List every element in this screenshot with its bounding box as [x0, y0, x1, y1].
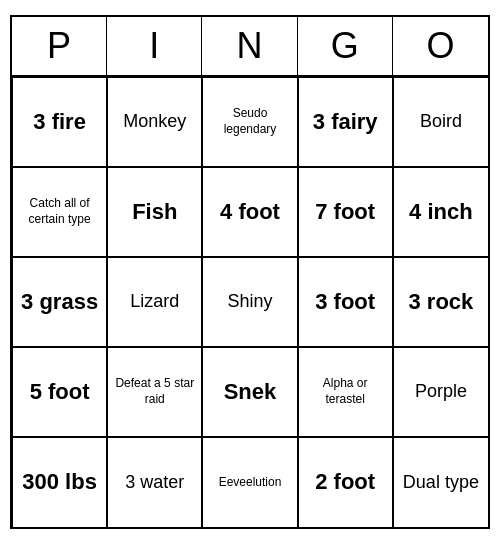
bingo-cell-12: Shiny	[202, 257, 297, 347]
bingo-cell-17: Snek	[202, 347, 297, 437]
bingo-cell-2: Seudo legendary	[202, 77, 297, 167]
bingo-cell-3: 3 fairy	[298, 77, 393, 167]
bingo-cell-16: Defeat a 5 star raid	[107, 347, 202, 437]
bingo-cell-23: 2 foot	[298, 437, 393, 527]
header-letter: G	[298, 17, 393, 75]
bingo-cell-15: 5 foot	[12, 347, 107, 437]
bingo-grid: 3 fireMonkeySeudo legendary3 fairyBoirdC…	[12, 77, 488, 527]
bingo-cell-0: 3 fire	[12, 77, 107, 167]
bingo-card: PINGO 3 fireMonkeySeudo legendary3 fairy…	[10, 15, 490, 529]
header-letter: O	[393, 17, 488, 75]
bingo-cell-21: 3 water	[107, 437, 202, 527]
bingo-cell-9: 4 inch	[393, 167, 488, 257]
bingo-cell-10: 3 grass	[12, 257, 107, 347]
bingo-cell-1: Monkey	[107, 77, 202, 167]
bingo-cell-8: 7 foot	[298, 167, 393, 257]
bingo-cell-11: Lizard	[107, 257, 202, 347]
bingo-cell-18: Alpha or terastel	[298, 347, 393, 437]
bingo-header: PINGO	[12, 17, 488, 77]
header-letter: P	[12, 17, 107, 75]
header-letter: I	[107, 17, 202, 75]
bingo-cell-5: Catch all of certain type	[12, 167, 107, 257]
bingo-cell-13: 3 foot	[298, 257, 393, 347]
bingo-cell-20: 300 lbs	[12, 437, 107, 527]
header-letter: N	[202, 17, 297, 75]
bingo-cell-6: Fish	[107, 167, 202, 257]
bingo-cell-19: Porple	[393, 347, 488, 437]
bingo-cell-4: Boird	[393, 77, 488, 167]
bingo-cell-22: Eeveelution	[202, 437, 297, 527]
bingo-cell-7: 4 foot	[202, 167, 297, 257]
bingo-cell-14: 3 rock	[393, 257, 488, 347]
bingo-cell-24: Dual type	[393, 437, 488, 527]
